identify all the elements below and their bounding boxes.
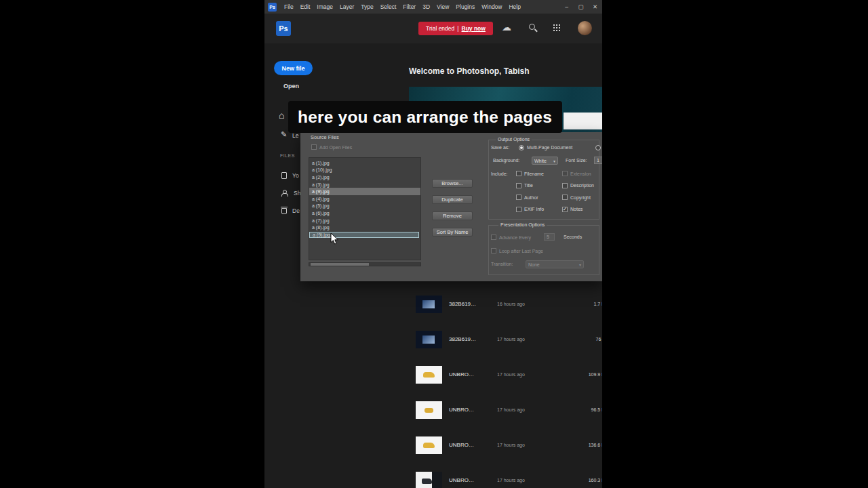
checkbox-label: Description	[570, 183, 594, 188]
include-checkbox-grid: Filename Extension Title Descrip	[516, 171, 597, 212]
source-file-row[interactable]: a (10).jpg	[309, 167, 420, 174]
multi-page-radio-label[interactable]: Multi-Page Document	[527, 145, 572, 150]
sidebar-item-learn[interactable]: Le	[292, 132, 298, 139]
source-file-row[interactable]: a (4).jpg	[309, 195, 420, 203]
new-file-button[interactable]: New file	[274, 61, 313, 75]
sidebar-item-icon	[281, 172, 287, 179]
advance-seconds-field[interactable]: 5	[544, 233, 555, 241]
menu-item[interactable]: Filter	[399, 0, 419, 14]
include-checkbox[interactable]: Copyright	[562, 195, 602, 200]
checkbox-box[interactable]	[516, 207, 521, 212]
menu-item[interactable]: Edit	[297, 0, 314, 14]
checkbox-box[interactable]	[562, 171, 568, 176]
checkbox-box[interactable]	[516, 171, 521, 176]
sidebar-item-label: De	[292, 207, 300, 214]
checkbox-box[interactable]	[491, 235, 496, 240]
checkbox-box[interactable]	[491, 248, 496, 253]
file-modified-time: 16 hours ago	[497, 302, 525, 306]
file-row[interactable]: UNBRO… 17 hours ago 136.6 M	[264, 422, 602, 458]
minimize-button[interactable]: –	[559, 0, 574, 14]
source-file-row[interactable]: a (9).jpg	[309, 232, 419, 238]
sidebar-item-label: Yo	[292, 172, 299, 179]
file-row[interactable]: UNBRO… 17 hours ago 109.9 M	[264, 352, 602, 387]
file-row[interactable]: 382B619… 16 hours ago 1.7 M	[264, 281, 602, 317]
presentation-radio[interactable]	[595, 145, 601, 150]
background-dropdown[interactable]: White ▾	[532, 157, 558, 165]
source-file-list[interactable]: a (1).jpg a (10).jpg a (2).jpg a (3).jpg	[309, 157, 421, 260]
include-checkbox[interactable]: Author	[516, 195, 562, 200]
include-checkbox[interactable]: Extension	[562, 171, 602, 176]
include-checkbox[interactable]: Filename	[516, 171, 562, 176]
file-row[interactable]: UNBRO… 17 hours ago 160.3 M	[264, 458, 602, 488]
font-size-field[interactable]: 1	[594, 157, 602, 164]
home-icon[interactable]: ⌂	[279, 110, 284, 121]
menu-item[interactable]: Select	[377, 0, 400, 14]
file-name: 382B619…	[449, 301, 476, 307]
menu-item[interactable]: 3D	[419, 0, 433, 14]
include-checkbox[interactable]: Description	[562, 183, 602, 188]
source-file-row[interactable]: a (5).jpg	[309, 203, 420, 210]
apps-grid-icon[interactable]	[553, 24, 555, 26]
trial-badge[interactable]: Trial ended | Buy now	[418, 22, 493, 35]
source-file-row[interactable]: a (2).jpg	[309, 174, 420, 181]
menu-item[interactable]: Layer	[336, 0, 357, 14]
title-bar: Ps FileEditImageLayerTypeSelectFilter3DV…	[264, 0, 602, 14]
dialog-button[interactable]: Browse...	[432, 179, 473, 188]
sidebar-item-label: Sh	[294, 190, 300, 197]
dialog-button[interactable]: Duplicate	[432, 195, 473, 204]
scrollbar-thumb[interactable]	[311, 263, 369, 266]
banner-card[interactable]	[564, 113, 602, 129]
advance-every-checkbox[interactable]: Advance Every	[491, 235, 531, 240]
include-checkbox[interactable]: EXIF Info	[516, 207, 562, 212]
loop-checkbox[interactable]: Loop after Last Page	[491, 248, 543, 253]
checkbox-box[interactable]	[562, 195, 568, 200]
video-frame: Ps FileEditImageLayerTypeSelectFilter3DV…	[0, 0, 868, 488]
source-file-row[interactable]: a (9).jpg	[309, 188, 420, 195]
include-checkbox[interactable]: Title	[516, 183, 562, 188]
photoshop-app-icon: Ps	[268, 3, 277, 12]
menu-item[interactable]: Plugins	[452, 0, 478, 14]
checkbox-label: EXIF Info	[524, 207, 544, 211]
source-file-row[interactable]: a (3).jpg	[309, 181, 420, 188]
checkbox-box[interactable]	[311, 144, 317, 150]
avatar[interactable]	[578, 21, 592, 35]
add-open-files-checkbox[interactable]: Add Open Files	[311, 144, 352, 150]
include-checkbox[interactable]: Notes	[562, 207, 602, 212]
learn-icon[interactable]: ✎	[281, 130, 287, 139]
buy-now-link[interactable]: Buy now	[462, 25, 486, 32]
transition-dropdown[interactable]: None ▾	[526, 260, 584, 268]
multi-page-radio[interactable]	[519, 145, 524, 150]
output-options-label: Output Options	[496, 137, 532, 142]
source-file-row[interactable]: a (1).jpg	[309, 159, 420, 167]
checkbox-box[interactable]	[562, 207, 568, 212]
chevron-down-icon: ▾	[553, 159, 555, 163]
dialog-button[interactable]: Remove	[432, 211, 473, 220]
maximize-button[interactable]: ▢	[574, 0, 588, 14]
source-file-row[interactable]: a (7).jpg	[309, 217, 420, 224]
menu-item[interactable]: Help	[505, 0, 524, 14]
menu-item[interactable]: Image	[313, 0, 336, 14]
font-size-label: Font Size:	[566, 158, 587, 163]
source-file-row[interactable]: a (8).jpg	[309, 224, 420, 231]
source-file-name: a (9).jpg	[313, 232, 330, 237]
open-button[interactable]: Open	[283, 83, 299, 89]
horizontal-scrollbar[interactable]	[309, 262, 421, 266]
menu-item[interactable]: File	[281, 0, 297, 14]
file-row[interactable]: 382B619… 17 hours ago 76 K	[264, 317, 602, 352]
file-row[interactable]: UNBRO… 17 hours ago 96.5 M	[264, 387, 602, 422]
source-file-row[interactable]: a (6).jpg	[309, 209, 420, 217]
menu-item[interactable]: Type	[357, 0, 376, 14]
file-size: 136.6 M	[589, 443, 602, 447]
menu-item[interactable]: View	[433, 0, 452, 14]
checkbox-box[interactable]	[516, 183, 521, 188]
menu-item[interactable]: Window	[478, 0, 505, 14]
dialog-button[interactable]: Sort By Name	[432, 228, 473, 237]
search-icon[interactable]	[529, 24, 535, 30]
checkbox-label: Add Open Files	[319, 145, 352, 150]
cloud-sync-icon[interactable]: ☁	[502, 22, 511, 33]
source-file-name: a (4).jpg	[312, 197, 330, 201]
page-title: Welcome to Photoshop, Tabish	[409, 66, 530, 76]
checkbox-box[interactable]	[562, 183, 568, 188]
close-button[interactable]: ✕	[588, 0, 602, 14]
checkbox-box[interactable]	[516, 195, 521, 200]
